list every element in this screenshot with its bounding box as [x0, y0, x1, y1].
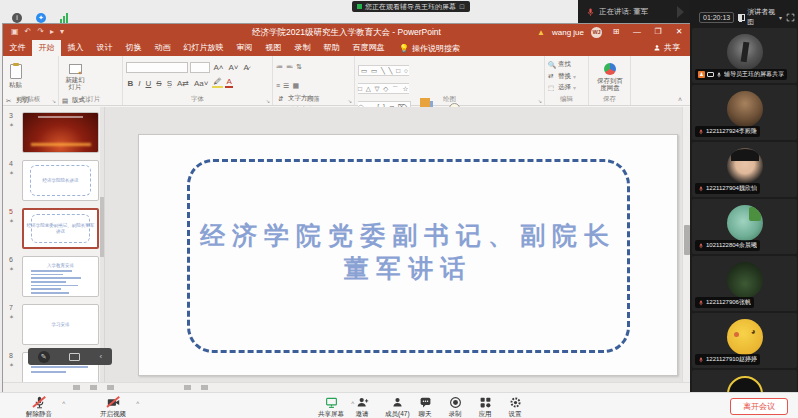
participant-tile-partial[interactable]	[692, 370, 797, 392]
tab-view[interactable]: 视图	[259, 40, 288, 56]
shrink-font-icon[interactable]: A˅	[227, 63, 240, 72]
font-size-select[interactable]	[190, 62, 210, 73]
thumbnail-slide-3[interactable]: 3 ✶	[3, 112, 104, 153]
apps-button[interactable]: 应用	[478, 396, 492, 418]
slideshow-icon[interactable]: ▸	[50, 24, 54, 40]
new-slide-button[interactable]: 新建幻灯片	[62, 59, 88, 95]
tell-me-search[interactable]: 💡 操作说明搜索	[391, 40, 468, 56]
font-name-select[interactable]	[126, 62, 188, 73]
close-button[interactable]: ✕	[672, 24, 686, 40]
meeting-settings-icon[interactable]: ✦	[36, 13, 46, 23]
mic-options-caret[interactable]: ˄	[62, 400, 66, 406]
thumbnail-scrollbar[interactable]	[100, 107, 104, 382]
participant-tile-presenter[interactable]: ♟ 辅导员王珏的屏幕共享	[692, 28, 797, 83]
collapse-toolbar-icon[interactable]: ‹	[100, 352, 103, 361]
underline-button[interactable]: U	[144, 79, 153, 88]
collapse-ribbon-icon[interactable]: ˄	[678, 96, 682, 103]
font-color-button[interactable]: A	[225, 78, 233, 88]
dialog-launcher-icon[interactable]: ↘	[348, 98, 352, 104]
align-left-icon[interactable]: ≡	[276, 82, 280, 89]
participant-tile[interactable]: 1221127910赵婷婷	[692, 313, 797, 368]
unmute-button[interactable]: 解除静音 ˄	[26, 396, 52, 418]
leave-meeting-button[interactable]: 离开会议	[730, 398, 788, 415]
text-shadow-button[interactable]: S̤	[165, 79, 173, 88]
dialog-launcher-icon[interactable]: ↘	[266, 98, 270, 104]
annotation-toolbar[interactable]: ✎ ‹	[28, 348, 112, 365]
thumbnail-slide-5-selected[interactable]: 5 ✶ 经济学院党委副书记、副院长董军讲话	[3, 208, 104, 249]
paste-button[interactable]: 粘贴	[6, 59, 25, 95]
share-button[interactable]: 共享	[643, 40, 690, 56]
camera-options-caret[interactable]: ˄	[136, 400, 140, 406]
find-button[interactable]: 🔍查找	[548, 60, 576, 69]
undo-icon[interactable]: ↶	[25, 24, 32, 40]
slide-thumbnail-pane[interactable]: 3 ✶ 4 ✶ 经济学院院长讲话 5 ✶ 经济学院党委副书记、副院长董军讲话 6…	[3, 107, 105, 382]
view-normal-icon[interactable]	[184, 385, 191, 390]
shapes-gallery[interactable]: ▭ ▭ ╲ ╲ □ ○□ △ ▽ ◇ ⌒ ☆◠ ◡ { } ▱ ⌦	[358, 65, 411, 112]
ppt-titlebar[interactable]: ▣ ↶ ↷ ▸ ▾ 经济学院2021级研究生入学教育大会 - PowerPoin…	[3, 24, 690, 40]
slide-canvas[interactable]: 经济学院党委副书记、副院长 董军讲话	[105, 107, 690, 382]
bullets-icon[interactable]: ≔	[276, 63, 283, 71]
thumbnail-slide-7[interactable]: 7 ✶ 学习安排	[3, 304, 104, 345]
slide-title-text[interactable]: 经济学院党委副书记、副院长 董军讲话	[139, 219, 677, 285]
thumbnail-slide-6[interactable]: 6 ✶ 入学教育安排	[3, 256, 104, 297]
save-to-baidu-button[interactable]: 保存到百度网盘	[592, 59, 628, 95]
redo-icon[interactable]: ↷	[37, 24, 44, 40]
tab-design[interactable]: 设计	[90, 40, 119, 56]
restore-button[interactable]: ❐	[651, 24, 665, 40]
current-slide[interactable]: 经济学院党委副书记、副院长 董军讲话	[138, 134, 678, 376]
status-icon[interactable]	[90, 385, 97, 390]
account-avatar[interactable]: WJ	[591, 27, 602, 38]
view-sorter-icon[interactable]	[201, 385, 208, 390]
share-options-caret[interactable]: ˄	[351, 400, 355, 406]
clear-format-icon[interactable]: A̷	[242, 63, 250, 72]
participant-tile[interactable]: 1221127924李殿隆	[692, 85, 797, 140]
highlight-color-button[interactable]: 🖉	[212, 78, 223, 88]
status-icon[interactable]	[73, 385, 80, 390]
status-icon[interactable]	[107, 385, 114, 390]
account-name[interactable]: wang jue	[552, 28, 584, 37]
strikethrough-button[interactable]: S	[155, 79, 163, 88]
columns-icon[interactable]: ▦	[292, 82, 299, 90]
invite-button[interactable]: 邀请	[355, 396, 369, 418]
tab-file[interactable]: 文件	[3, 40, 32, 56]
share-screen-button[interactable]: 共享屏幕 ˄	[318, 396, 344, 418]
view-mode-select[interactable]: 演讲者视图 ▾	[738, 7, 782, 27]
char-spacing-button[interactable]: A⇄	[175, 79, 190, 88]
qat-customize-icon[interactable]: ▾	[60, 24, 64, 40]
dialog-launcher-icon[interactable]: ↘	[52, 98, 56, 104]
canvas-scrollbar[interactable]	[682, 107, 690, 382]
line-spacing-icon[interactable]: ⇅	[296, 63, 302, 71]
tab-insert[interactable]: 插入	[61, 40, 90, 56]
tab-slideshow[interactable]: 幻灯片放映	[177, 40, 230, 56]
settings-button[interactable]: 设置	[508, 396, 522, 418]
minimize-button[interactable]: —	[630, 24, 644, 40]
banner-expand-icon[interactable]: ⊡	[459, 3, 465, 11]
members-button[interactable]: 成员(47)	[385, 396, 410, 418]
tab-record[interactable]: 录制	[288, 40, 317, 56]
replace-button[interactable]: ⇄替换 ▾	[548, 72, 576, 81]
tab-home[interactable]: 开始	[32, 40, 61, 56]
italic-button[interactable]: I	[137, 79, 142, 88]
dialog-launcher-icon[interactable]: ↘	[538, 98, 542, 104]
record-button[interactable]: 录制	[448, 396, 462, 418]
select-button[interactable]: ⬚选择 ▾	[548, 83, 576, 92]
tab-transitions[interactable]: 切换	[119, 40, 148, 56]
start-video-button[interactable]: 开启视频 ˄	[100, 396, 126, 418]
participant-tile[interactable]: 1221127906张帆	[692, 256, 797, 311]
save-icon[interactable]: ▣	[11, 24, 19, 40]
chat-button[interactable]: 聊天	[418, 396, 432, 418]
align-center-icon[interactable]: ☰	[283, 82, 289, 90]
warning-icon[interactable]: ▲	[537, 28, 545, 37]
change-case-button[interactable]: Aa˅	[193, 79, 210, 88]
tab-animations[interactable]: 动画	[148, 40, 177, 56]
tab-help[interactable]: 帮助	[317, 40, 346, 56]
bold-button[interactable]: B	[126, 79, 135, 88]
participant-tile[interactable]: 1021122804余晨曦	[692, 199, 797, 254]
participant-tile[interactable]: 1221127904魏欣怡	[692, 142, 797, 197]
ribbon-display-options-icon[interactable]: ⊞	[609, 24, 623, 40]
whiteboard-icon[interactable]	[69, 353, 80, 361]
numbering-icon[interactable]: ≕	[286, 63, 293, 71]
tab-baidu-netdisk[interactable]: 百度网盘	[346, 40, 391, 56]
tab-review[interactable]: 审阅	[230, 40, 259, 56]
pen-tool-icon[interactable]: ✎	[38, 351, 50, 363]
